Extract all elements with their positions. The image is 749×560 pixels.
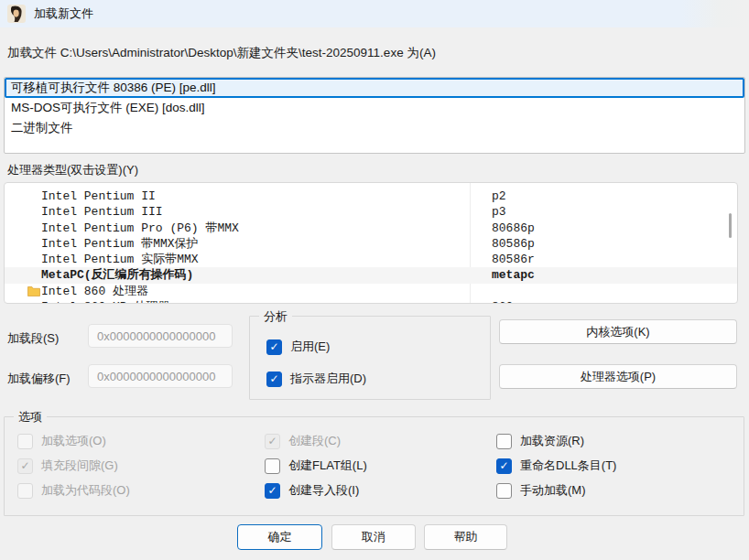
processor-listbox: Intel Pentium II p2 Intel Pentium III p3… bbox=[4, 182, 738, 304]
options-group-title: 选项 bbox=[14, 409, 47, 425]
kernel-options-button[interactable]: 内核选项(K) bbox=[499, 319, 737, 344]
scrollbar-thumb[interactable] bbox=[729, 213, 732, 238]
file-type-item-binary[interactable]: 二进制文件 bbox=[5, 118, 744, 138]
checkbox-analysis-enable[interactable]: 启用(E) bbox=[266, 339, 366, 355]
file-type-item-dos[interactable]: MS-DOS可执行文件 (EXE) [dos.dll] bbox=[5, 98, 744, 118]
processor-row-selected[interactable]: MetaPC(反汇编所有操作码) metapc bbox=[5, 267, 737, 283]
ok-button[interactable]: 确定 bbox=[237, 524, 322, 550]
load-file-path-label: 加载文件 C:\Users\Administrator\Desktop\新建文件… bbox=[7, 45, 436, 61]
processor-row[interactable]: Intel Pentium 带MMX保护 80586p bbox=[5, 236, 737, 252]
processor-row[interactable]: Intel Pentium III p3 bbox=[5, 204, 737, 220]
checkbox-manual-load[interactable]: 手动加载(M) bbox=[496, 482, 616, 499]
processor-row[interactable]: Intel Pentium Pro (P6) 带MMX 80686p bbox=[5, 221, 737, 236]
checkbox-rename-dll-entries[interactable]: 重命名DLL条目(T) bbox=[496, 458, 616, 474]
checkbox-fill-segment-gaps: 填充段间隙(G) bbox=[17, 458, 130, 474]
title-bar: 加载新文件 bbox=[0, 0, 749, 27]
analysis-groupbox: 分析 启用(E) 指示器启用(D) bbox=[249, 316, 491, 400]
processor-row-partial[interactable]: Intel 860 XR 处理器 860xr bbox=[5, 299, 737, 304]
checkbox-unchecked-disabled-icon bbox=[17, 434, 33, 449]
checkbox-unchecked-disabled-icon bbox=[17, 483, 33, 499]
file-type-item-pe[interactable]: 可移植可执行文件 80386 (PE) [pe.dll] bbox=[5, 78, 744, 98]
checkbox-checked-icon bbox=[265, 483, 280, 499]
processor-row[interactable]: Intel Pentium 实际带MMX 80586r bbox=[5, 252, 737, 267]
file-type-listbox: 可移植可执行文件 80386 (PE) [pe.dll] MS-DOS可执行文件… bbox=[4, 77, 745, 154]
checkbox-indicator-enable[interactable]: 指示器启用(D) bbox=[266, 371, 366, 387]
cancel-button[interactable]: 取消 bbox=[331, 524, 416, 550]
checkbox-create-imports-segment[interactable]: 创建导入段(I) bbox=[265, 482, 367, 499]
processor-options-button[interactable]: 处理器选项(P) bbox=[499, 364, 737, 389]
checkbox-checked-icon bbox=[266, 372, 282, 387]
checkbox-checked-disabled-icon bbox=[17, 458, 33, 474]
analysis-group-title: 分析 bbox=[259, 308, 292, 325]
processor-row[interactable]: Intel Pentium II p2 bbox=[5, 188, 737, 204]
checkbox-unchecked-icon bbox=[496, 483, 512, 499]
load-segment-input bbox=[88, 324, 233, 348]
ida-logo-icon bbox=[7, 5, 26, 23]
folder-icon bbox=[27, 285, 40, 296]
checkbox-checked-icon bbox=[266, 339, 282, 355]
load-segment-label: 加载段(S) bbox=[7, 330, 59, 347]
load-offset-input bbox=[88, 364, 233, 388]
checkbox-checked-icon bbox=[496, 458, 512, 474]
checkbox-checked-disabled-icon bbox=[265, 434, 280, 449]
checkbox-create-segments: 创建段(C) bbox=[265, 433, 367, 449]
options-groupbox: 选项 加载选项(O) 填充段间隙(G) 加载为代码段(O) 创建段(C) 创建F… bbox=[4, 416, 744, 516]
window-title: 加载新文件 bbox=[34, 5, 93, 22]
checkbox-load-resources[interactable]: 加载资源(R) bbox=[496, 433, 616, 449]
checkbox-unchecked-icon bbox=[496, 434, 512, 449]
processor-row-folder[interactable]: Intel 860 处理器 bbox=[5, 284, 737, 299]
checkbox-unchecked-icon bbox=[265, 458, 280, 474]
checkbox-create-flat-group[interactable]: 创建FLAT组(L) bbox=[265, 458, 367, 474]
checkbox-load-options: 加载选项(O) bbox=[17, 433, 130, 449]
load-offset-label: 加载偏移(F) bbox=[7, 371, 71, 387]
checkbox-load-as-code-segment: 加载为代码段(O) bbox=[17, 482, 130, 499]
help-button[interactable]: 帮助 bbox=[424, 524, 507, 550]
processor-type-label: 处理器类型(双击设置)(Y) bbox=[7, 162, 138, 178]
